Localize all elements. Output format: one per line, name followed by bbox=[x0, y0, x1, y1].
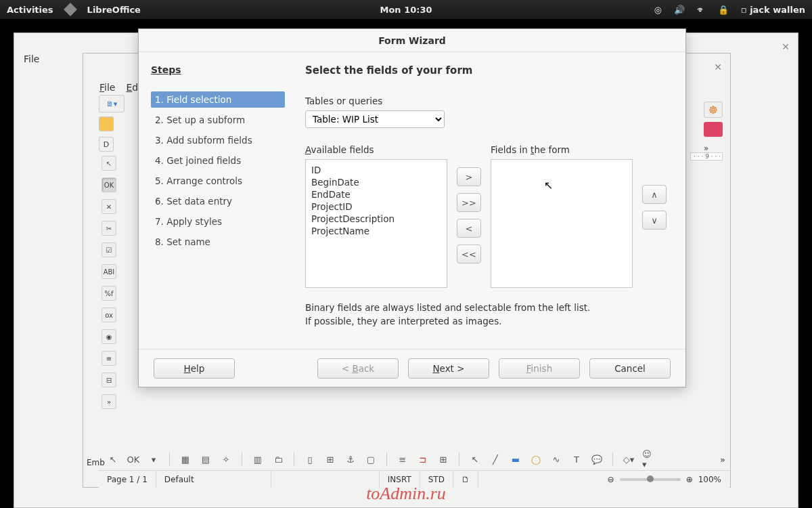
app-icon bbox=[64, 3, 77, 16]
order-buttons: ∧ ∨ bbox=[642, 144, 667, 288]
grid-icon[interactable]: ▦ bbox=[178, 452, 193, 467]
ok-icon[interactable]: OK bbox=[126, 452, 141, 467]
list-item[interactable]: ProjectID bbox=[311, 200, 441, 213]
table-icon[interactable] bbox=[99, 117, 114, 131]
form-tool[interactable]: ⊟ bbox=[102, 373, 116, 387]
grid2-icon[interactable]: ⊞ bbox=[436, 452, 451, 467]
default-para-icon[interactable]: D bbox=[99, 137, 114, 152]
anchor-icon[interactable]: ⚓ bbox=[343, 452, 358, 467]
lines-icon[interactable]: ≡ bbox=[395, 452, 410, 467]
a11y-icon[interactable]: ◎ bbox=[654, 5, 661, 15]
rect-tool-icon[interactable]: ▬ bbox=[508, 452, 523, 467]
checkbox-tool[interactable]: ☑ bbox=[102, 242, 116, 257]
clock[interactable]: Mon 10:30 bbox=[380, 5, 432, 15]
new-doc-icon[interactable]: 🗎▾ bbox=[99, 95, 125, 112]
finish-button[interactable]: FinishFinish bbox=[499, 358, 580, 379]
zoom-out-icon[interactable]: ⊖ bbox=[608, 475, 614, 484]
step-7-styles[interactable]: 7. Apply styles bbox=[151, 213, 285, 230]
cancel-button[interactable]: Cancel bbox=[589, 358, 671, 379]
volume-icon[interactable]: 🔊 bbox=[674, 5, 685, 15]
gnome-topbar: Activities LibreOffice Mon 10:30 ◎ 🔊 ᯤ 🔒… bbox=[0, 0, 812, 19]
zoom-value[interactable]: 100% bbox=[698, 475, 721, 484]
callout-tool-icon[interactable]: 💬 bbox=[589, 452, 604, 467]
radio-tool[interactable]: ◉ bbox=[102, 329, 116, 344]
line-tool-icon[interactable]: ╱ bbox=[488, 452, 503, 467]
page-icon[interactable]: ▥ bbox=[250, 452, 265, 467]
next-button[interactable]: Next >Next > bbox=[408, 358, 489, 379]
app-name[interactable]: LibreOffice bbox=[87, 5, 141, 15]
lang-indicator bbox=[271, 471, 380, 488]
crop-icon[interactable]: ▢ bbox=[363, 452, 378, 467]
zoom-in-icon[interactable]: ⊕ bbox=[686, 475, 693, 484]
list-item[interactable]: BeginDate bbox=[311, 176, 441, 188]
crossed-tools-icon[interactable]: ✕ bbox=[102, 199, 116, 214]
doc-icon[interactable]: ▤ bbox=[198, 452, 213, 467]
move-down-button[interactable]: ∨ bbox=[642, 211, 667, 230]
list-item[interactable]: ProjectDescription bbox=[311, 213, 441, 225]
add-field-button[interactable]: > bbox=[457, 167, 481, 186]
list-item[interactable]: EndDate bbox=[311, 188, 441, 200]
shape-tool-icon[interactable]: ◇▾ bbox=[621, 452, 636, 467]
move-up-button[interactable]: ∧ bbox=[642, 185, 667, 204]
list-item[interactable]: ID bbox=[311, 164, 441, 176]
lock-icon[interactable]: 🔒 bbox=[718, 5, 729, 15]
accent-icon[interactable] bbox=[704, 122, 723, 137]
add-all-fields-button[interactable]: >> bbox=[457, 193, 481, 212]
list-tool[interactable]: ≡ bbox=[102, 351, 116, 366]
mouse-cursor: ↖ bbox=[544, 179, 553, 192]
step-6-data-entry[interactable]: 6. Set data entry bbox=[151, 193, 285, 209]
right-toolbar-peek: ☸ » bbox=[704, 102, 723, 153]
chevron-icon[interactable]: ▾ bbox=[146, 452, 161, 467]
remove-all-fields-button[interactable]: << bbox=[457, 245, 481, 263]
magnet-icon[interactable]: ⊐ bbox=[415, 452, 430, 467]
expand-toolbar-icon[interactable]: » bbox=[720, 454, 725, 465]
tables-or-queries-select[interactable]: Table: WIP List bbox=[305, 110, 445, 128]
page-heading: Select the fields of your form bbox=[305, 64, 669, 77]
ox-tool[interactable]: ox bbox=[102, 308, 116, 322]
zoom-slider[interactable] bbox=[620, 478, 681, 481]
step-8-name[interactable]: 8. Set name bbox=[151, 234, 285, 250]
close-icon[interactable]: ✕ bbox=[782, 41, 790, 52]
close-icon[interactable]: ✕ bbox=[714, 62, 722, 72]
text-tool-icon[interactable]: T bbox=[569, 452, 584, 467]
activities-button[interactable]: Activities bbox=[7, 5, 53, 15]
bg2-file-menu[interactable]: File bbox=[99, 82, 115, 93]
curve-tool-icon[interactable]: ∿ bbox=[549, 452, 564, 467]
ellipse-tool-icon[interactable]: ◯ bbox=[528, 452, 543, 467]
tables-or-queries-label: Tables or queries bbox=[305, 96, 669, 106]
step-1-field-selection[interactable]: 1. Field selection bbox=[151, 91, 285, 108]
bg1-file-menu[interactable]: FFileile bbox=[24, 54, 39, 64]
steps-panel: Steps 1. Field selection 2. Set up a sub… bbox=[139, 52, 292, 349]
chevron-down-icon[interactable]: » bbox=[102, 394, 116, 409]
back-button[interactable]: < Back< Back bbox=[317, 358, 399, 379]
available-fields-listbox[interactable]: ID BeginDate EndDate ProjectID ProjectDe… bbox=[305, 159, 447, 288]
step-4-joined-fields[interactable]: 4. Get joined fields bbox=[151, 152, 285, 169]
username[interactable]: ▫ jack wallen bbox=[741, 5, 805, 15]
step-3-subform-fields[interactable]: 3. Add subform fields bbox=[151, 132, 285, 148]
fields-in-form-listbox[interactable] bbox=[491, 159, 633, 288]
modified-indicator: 🗋 bbox=[453, 471, 478, 488]
remove-field-button[interactable]: < bbox=[457, 219, 481, 238]
help-icon[interactable]: ☸ bbox=[704, 102, 723, 118]
ok-tool[interactable]: OK bbox=[102, 177, 116, 192]
scissors-icon[interactable]: ✂ bbox=[102, 221, 116, 236]
dialog-title: Form Wizard bbox=[139, 29, 685, 52]
chevron-right-icon[interactable]: » bbox=[704, 144, 723, 153]
wifi-icon[interactable]: ᯤ bbox=[697, 5, 706, 15]
help-button[interactable]: HelpHelp bbox=[154, 358, 235, 379]
cursor2-icon[interactable]: ↖ bbox=[468, 452, 482, 467]
align-icon[interactable]: ▯ bbox=[302, 452, 317, 467]
move-buttons: > >> < << bbox=[457, 144, 481, 288]
smiley-tool-icon[interactable]: ☺▾ bbox=[641, 452, 656, 467]
step-5-arrange[interactable]: 5. Arrange controls bbox=[151, 173, 285, 189]
bound-icon[interactable]: ⊞ bbox=[323, 452, 338, 467]
percent-tool[interactable]: %f bbox=[102, 286, 116, 301]
list-item[interactable]: ProjectName bbox=[311, 225, 441, 237]
step-2-subform[interactable]: 2. Set up a subform bbox=[151, 112, 285, 128]
folder-icon[interactable]: 🗀 bbox=[271, 452, 286, 467]
pointer-tool[interactable]: ↖ bbox=[102, 156, 116, 171]
abi-tool[interactable]: ABI bbox=[102, 264, 116, 279]
pointer-icon[interactable]: ↖ bbox=[106, 452, 120, 467]
bg2-edit-menu[interactable]: Ed bbox=[126, 82, 138, 93]
wizard-icon[interactable]: ✧ bbox=[219, 452, 233, 467]
